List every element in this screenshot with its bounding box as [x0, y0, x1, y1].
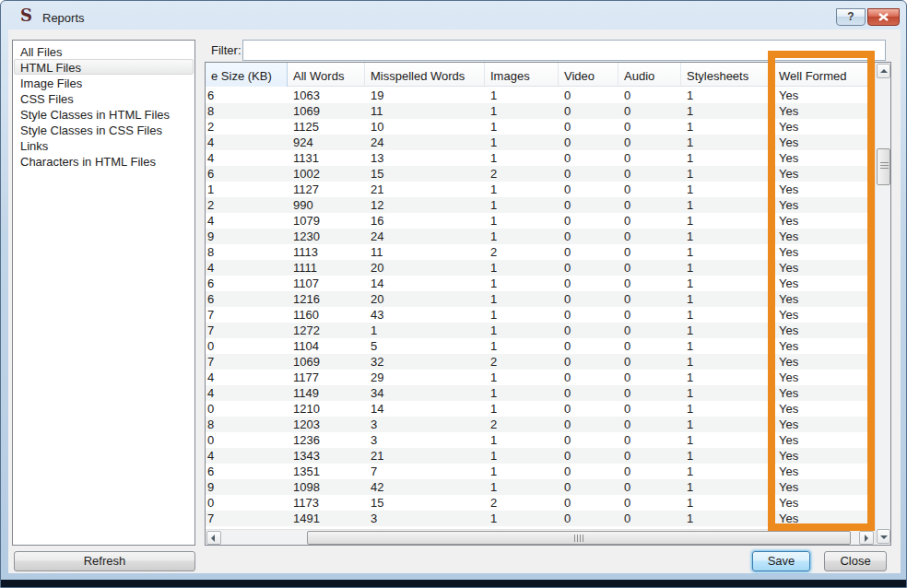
cell-video: 0 [559, 354, 618, 370]
table-row[interactable]: 61107141001Yes [206, 276, 875, 291]
sidebar-item-css-files[interactable]: CSS Files [14, 90, 194, 106]
sidebar-item-image-files[interactable]: Image Files [14, 75, 194, 90]
table-row[interactable]: 21125101001Yes [206, 119, 875, 135]
table-body: 61063191001Yes81069111001Yes21125101001Y… [206, 88, 875, 529]
close-button[interactable]: Close [824, 551, 887, 571]
close-window-button[interactable] [867, 8, 900, 26]
sidebar-item-style-classes-in-css-files[interactable]: Style Classes in CSS Files [14, 122, 194, 137]
sidebar-item-style-classes-in-html-files[interactable]: Style Classes in HTML Files [14, 106, 194, 122]
cell-e-size-kb-: 0 [206, 495, 288, 511]
table-row[interactable]: 81113112001Yes [206, 244, 875, 260]
cell-video: 0 [559, 166, 618, 182]
cell-video: 0 [559, 119, 618, 135]
table-row[interactable]: 61216201001Yes [206, 291, 875, 307]
vertical-scroll-thumb[interactable] [877, 148, 890, 185]
table-row[interactable]: 91098421001Yes [206, 479, 875, 495]
table-row[interactable]: 8120332001Yes [206, 417, 875, 432]
cell-audio: 0 [618, 401, 681, 417]
cell-misspelled-words: 11 [365, 103, 485, 119]
scroll-left-button[interactable] [206, 531, 221, 545]
refresh-button[interactable]: Refresh [14, 551, 195, 571]
save-button[interactable]: Save [752, 551, 810, 571]
table-row[interactable]: 41079161001Yes [206, 213, 875, 229]
cell-audio: 0 [618, 448, 681, 464]
table-row[interactable]: 61002152001Yes [206, 166, 875, 182]
cell-well-formed: Yes [773, 354, 875, 370]
cell-audio: 0 [618, 354, 681, 370]
title-bar[interactable]: S Reports ? [1, 1, 906, 30]
cell-images: 2 [485, 495, 559, 511]
thumb-grip-icon [880, 162, 889, 171]
scroll-up-button[interactable] [877, 64, 890, 78]
cell-well-formed: Yes [773, 213, 875, 229]
table-row[interactable]: 41343211001Yes [206, 448, 875, 464]
cell-misspelled-words: 42 [365, 479, 485, 495]
table-row[interactable]: 11127211001Yes [206, 182, 875, 197]
cell-misspelled-words: 21 [365, 182, 485, 197]
cell-all-words: 1063 [288, 88, 365, 103]
table-row[interactable]: 41149341001Yes [206, 385, 875, 401]
column-header-stylesheets[interactable]: Stylesheets [681, 63, 773, 87]
cell-e-size-kb-: 6 [206, 291, 288, 307]
cell-all-words: 1079 [288, 213, 365, 229]
report-type-list: All FilesHTML FilesImage FilesCSS FilesS… [12, 40, 195, 546]
table-row[interactable]: 4924241001Yes [206, 135, 875, 150]
column-header-video[interactable]: Video [559, 63, 618, 87]
cell-video: 0 [559, 88, 618, 103]
table-row[interactable]: 7127211001Yes [206, 323, 875, 338]
cell-stylesheets: 1 [681, 244, 773, 260]
cell-well-formed: Yes [773, 135, 875, 150]
table-row[interactable]: 0110451001Yes [206, 338, 875, 354]
help-button[interactable]: ? [836, 8, 866, 26]
table-row[interactable]: 6135171001Yes [206, 464, 875, 479]
column-header-all-words[interactable]: All Words [288, 63, 365, 87]
cell-video: 0 [559, 338, 618, 354]
cell-stylesheets: 1 [681, 448, 773, 464]
table-row[interactable]: 01210141001Yes [206, 401, 875, 417]
sidebar-item-html-files[interactable]: HTML Files [14, 59, 194, 75]
sidebar-item-all-files[interactable]: All Files [14, 43, 194, 59]
table-row[interactable]: 71160431001Yes [206, 307, 875, 323]
cell-misspelled-words: 21 [365, 448, 485, 464]
cell-images: 1 [485, 150, 559, 166]
column-header-audio[interactable]: Audio [618, 63, 681, 87]
cell-video: 0 [559, 197, 618, 213]
filter-input[interactable] [242, 40, 886, 61]
table-row[interactable]: 81069111001Yes [206, 103, 875, 119]
cell-audio: 0 [618, 291, 681, 307]
column-header-well-formed[interactable]: Well Formed [773, 63, 875, 87]
cell-images: 1 [485, 229, 559, 244]
column-header-images[interactable]: Images [485, 63, 559, 87]
scroll-down-button[interactable] [877, 529, 890, 544]
cell-stylesheets: 1 [681, 338, 773, 354]
table-row[interactable]: 41177291001Yes [206, 370, 875, 385]
horizontal-scroll-thumb[interactable] [307, 531, 851, 545]
cell-audio: 0 [618, 88, 681, 103]
column-header-label: Stylesheets [687, 69, 748, 83]
cell-e-size-kb-: 9 [206, 229, 288, 244]
table-row[interactable]: 0123631001Yes [206, 432, 875, 448]
table-row[interactable]: 71069322001Yes [206, 354, 875, 370]
table-row[interactable]: 7149131001Yes [206, 511, 875, 526]
table-row[interactable]: 01173152001Yes [206, 495, 875, 511]
table-row[interactable]: 91230241001Yes [206, 229, 875, 244]
cell-audio: 0 [618, 417, 681, 432]
cell-all-words: 1002 [288, 166, 365, 182]
horizontal-scrollbar[interactable] [206, 529, 875, 545]
vertical-scrollbar[interactable] [875, 63, 890, 545]
sidebar-item-links[interactable]: Links [14, 137, 194, 153]
table-row[interactable]: 41111201001Yes [206, 260, 875, 276]
cell-e-size-kb-: 9 [206, 479, 288, 495]
cell-well-formed: Yes [773, 307, 875, 323]
cell-all-words: 924 [288, 135, 365, 150]
scroll-right-button[interactable] [859, 531, 874, 545]
column-header-misspelled-words[interactable]: Misspelled Words [365, 63, 485, 87]
table-row[interactable]: 41131131001Yes [206, 150, 875, 166]
cell-misspelled-words: 19 [365, 88, 485, 103]
table-row[interactable]: 61063191001Yes [206, 88, 875, 103]
cell-images: 1 [485, 464, 559, 479]
table-row[interactable]: 2990121001Yes [206, 197, 875, 213]
cell-stylesheets: 1 [681, 182, 773, 197]
sidebar-item-characters-in-html-files[interactable]: Characters in HTML Files [14, 153, 194, 169]
column-header-e-size-kb-[interactable]: e Size (KB) [206, 63, 288, 87]
